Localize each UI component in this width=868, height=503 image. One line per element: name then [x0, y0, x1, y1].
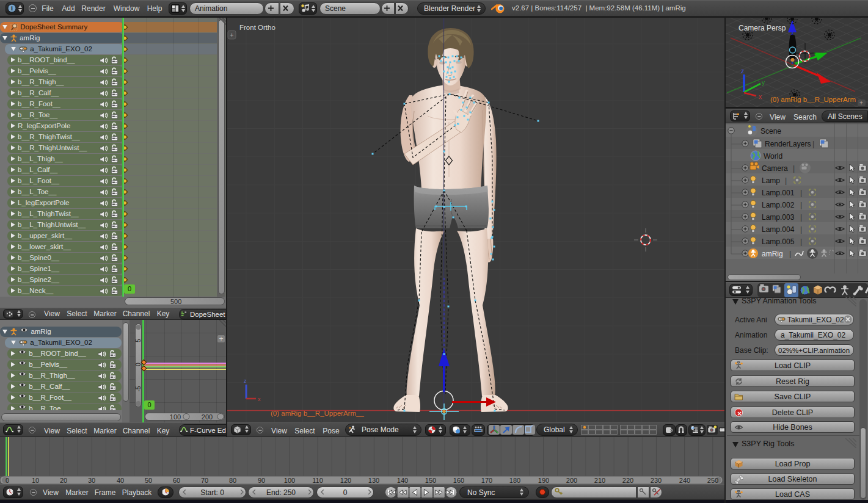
svg-text:Camera Persp: Camera Persp: [739, 24, 786, 32]
svg-text:|: |: [793, 164, 795, 173]
svg-text:x: x: [759, 93, 762, 100]
svg-text:(0) amRig b__R_UpperArm: (0) amRig b__R_UpperArm: [770, 96, 856, 103]
svg-text:Lamp.001: Lamp.001: [762, 189, 795, 197]
svg-text:+: +: [230, 32, 234, 38]
svg-text:5: 5: [135, 339, 142, 342]
svg-text:220: 220: [622, 477, 633, 484]
svg-text:z: z: [244, 378, 247, 384]
svg-text:100: 100: [284, 477, 295, 484]
svg-text:210: 210: [594, 477, 605, 484]
svg-text:10: 10: [32, 477, 39, 484]
svg-text:Camera: Camera: [762, 164, 788, 173]
svg-text:Scene: Scene: [760, 127, 781, 136]
svg-text:x: x: [258, 396, 261, 402]
svg-text:40: 40: [117, 477, 124, 484]
svg-text:Lamp: Lamp: [762, 176, 780, 185]
svg-text:200: 200: [566, 477, 577, 484]
svg-text:100: 100: [170, 413, 181, 421]
svg-text:120: 120: [340, 477, 351, 484]
svg-text:180: 180: [509, 477, 520, 484]
svg-text:Lamp.005: Lamp.005: [762, 237, 795, 246]
svg-text:20: 20: [60, 477, 67, 484]
svg-text:|: |: [812, 140, 814, 148]
svg-text:z: z: [741, 68, 744, 74]
svg-text:240: 240: [679, 477, 690, 484]
svg-text:60: 60: [173, 477, 180, 484]
svg-text:130: 130: [368, 477, 379, 484]
svg-text:230: 230: [651, 477, 662, 484]
svg-text:World: World: [764, 152, 782, 161]
svg-text:|: |: [800, 189, 802, 197]
svg-text:RenderLayers: RenderLayers: [765, 140, 811, 148]
svg-text:140: 140: [397, 477, 408, 484]
svg-text:30: 30: [88, 477, 95, 484]
svg-text:0: 0: [5, 477, 9, 484]
svg-text:+: +: [859, 100, 863, 106]
svg-text:Lamp.002: Lamp.002: [762, 201, 795, 209]
svg-text:|: |: [800, 201, 802, 209]
svg-text:|: |: [785, 176, 787, 185]
svg-text:Lamp.004: Lamp.004: [762, 225, 795, 234]
svg-text:90: 90: [258, 477, 265, 484]
svg-text:80: 80: [229, 477, 236, 484]
svg-text:0: 0: [135, 363, 142, 366]
svg-text:Lamp.003: Lamp.003: [762, 213, 795, 222]
svg-text:110: 110: [312, 477, 323, 484]
svg-text:70: 70: [201, 477, 208, 484]
svg-text:|: |: [800, 225, 802, 234]
svg-text:amRig: amRig: [762, 250, 783, 258]
svg-text:170: 170: [481, 477, 492, 484]
svg-text:250: 250: [707, 477, 718, 484]
svg-text:-5: -5: [135, 386, 142, 391]
svg-text:|: |: [789, 250, 791, 258]
svg-text:i: i: [11, 5, 13, 12]
svg-text:190: 190: [538, 477, 549, 484]
svg-text:y: y: [762, 79, 765, 86]
svg-text:|: |: [800, 237, 802, 246]
svg-text:200: 200: [202, 413, 213, 421]
svg-text:|: |: [800, 213, 802, 222]
svg-text:Front Ortho: Front Ortho: [239, 24, 275, 31]
svg-text:(0) amRig b__R_UpperArm__: (0) amRig b__R_UpperArm__: [271, 410, 364, 417]
svg-text:50: 50: [145, 477, 152, 484]
svg-text:150: 150: [425, 477, 436, 484]
svg-text:160: 160: [453, 477, 464, 484]
